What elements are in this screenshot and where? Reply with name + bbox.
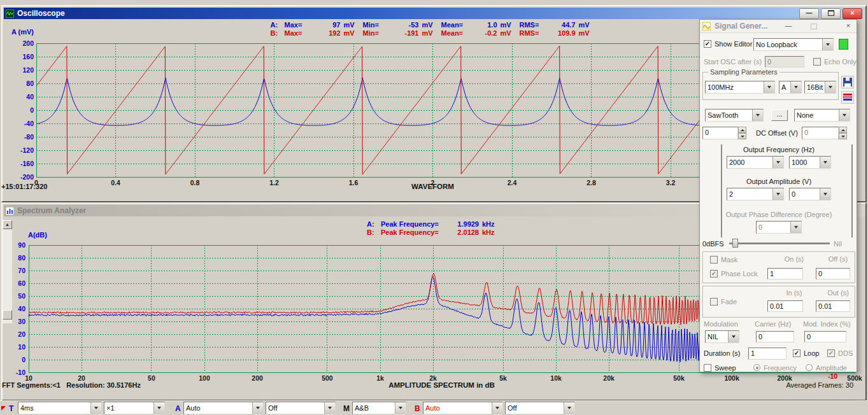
mask-on-label: On (s)	[775, 255, 813, 263]
save-button[interactable]	[841, 76, 854, 88]
loopback-indicator[interactable]	[839, 39, 848, 50]
b-coupling-select[interactable]: Off	[505, 402, 575, 414]
sampling-rate-select[interactable]: 100MHz	[705, 81, 775, 94]
amplitude-b-select[interactable]: 0	[789, 188, 831, 200]
spin-down-icon[interactable]	[738, 133, 746, 139]
dropdown-arrow-icon[interactable]	[822, 39, 833, 50]
dds-checkbox[interactable]: ✓ DDS	[827, 349, 853, 357]
svg-text:0: 0	[22, 356, 25, 363]
waveform-library-button[interactable]	[841, 91, 854, 104]
mod-index-input[interactable]: 0	[804, 331, 846, 342]
mask-checkbox[interactable]: Mask	[710, 255, 737, 264]
dc-offset-b-spinner[interactable]	[839, 127, 847, 139]
channel-a-label: A	[175, 404, 181, 413]
waveform-b-select[interactable]: None	[794, 109, 850, 122]
spin-down-icon[interactable]	[839, 133, 847, 139]
spin-up-icon[interactable]	[839, 127, 847, 133]
zoom-select[interactable]: ×1	[104, 402, 165, 414]
maximize-icon	[811, 24, 817, 29]
stat-channel: A:	[271, 21, 285, 29]
output-frequency-label: Output Frequency (Hz)	[715, 146, 843, 153]
dropdown-arrow-icon[interactable]	[820, 157, 830, 168]
dbfs-label: 0dBFS	[702, 240, 724, 248]
slider-thumb[interactable]	[732, 239, 738, 248]
dropdown-arrow-icon[interactable]	[324, 402, 335, 414]
close-button[interactable]: ×	[843, 21, 854, 31]
spin-up-icon[interactable]	[738, 127, 746, 133]
signal-generator-icon	[702, 22, 711, 31]
phase-lock-on-input[interactable]: 1	[767, 268, 803, 279]
sampling-bits-select[interactable]: 16Bit	[804, 81, 836, 94]
stat-unit: mV	[341, 29, 363, 38]
more-waveforms-button[interactable]: ...	[771, 109, 788, 121]
fade-in-input[interactable]: 0.01	[767, 300, 803, 312]
dropdown-arrow-icon[interactable]	[90, 402, 101, 414]
dropdown-arrow-icon[interactable]	[395, 402, 406, 414]
sweep-time-value: 4ms	[18, 402, 90, 414]
sweep-amplitude-radio[interactable]: Amplitude	[806, 363, 847, 372]
fade-out-label: Out (s)	[821, 289, 855, 297]
checkbox-box	[813, 58, 821, 66]
sampling-channel-select[interactable]: A	[779, 81, 802, 94]
spectrum-caption: AMPLITUDE SPECTRUM in dB	[29, 381, 855, 389]
amplitude-slider-b[interactable]	[850, 144, 854, 237]
start-osc-input[interactable]: 0	[765, 56, 804, 67]
dropdown-arrow-icon[interactable]	[252, 402, 263, 414]
dropdown-arrow-icon[interactable]	[153, 402, 164, 414]
show-editor-checkbox[interactable]: ✓ Show Editor	[704, 39, 752, 48]
dropdown-arrow-icon[interactable]	[728, 331, 739, 342]
phase-select[interactable]: 0	[756, 221, 802, 234]
sweep-checkbox[interactable]: Sweep	[704, 363, 736, 372]
scrollbar-up-arrow-icon[interactable]: ▲	[3, 220, 12, 229]
dc-offset-a-input[interactable]: 0	[702, 127, 738, 139]
spectrum-analyzer-icon	[6, 206, 15, 215]
channel-mode-select[interactable]: A&B	[352, 402, 406, 414]
sweep-frequency-radio[interactable]: Frequency	[753, 363, 797, 372]
dropdown-arrow-icon[interactable]	[772, 188, 783, 200]
a-coupling-select[interactable]: Off	[266, 402, 336, 414]
signal-generator-titlebar[interactable]: Signal Gener... — ×	[700, 20, 857, 33]
fade-checkbox[interactable]: Fade	[710, 297, 737, 306]
svg-text:90: 90	[18, 241, 25, 249]
phase-lock-off-input[interactable]: 0	[816, 268, 850, 279]
svg-text:20: 20	[18, 330, 25, 338]
dropdown-arrow-icon[interactable]	[825, 81, 836, 93]
dropdown-arrow-icon[interactable]	[764, 81, 774, 93]
phase-lock-checkbox[interactable]: ✓ Phase Lock	[710, 269, 757, 278]
trigger-marker-icon[interactable]	[1, 406, 6, 411]
loopback-select[interactable]: No Loopback	[753, 38, 834, 51]
dc-offset-b-input[interactable]: 0	[802, 127, 839, 139]
maximize-button[interactable]	[808, 21, 820, 31]
dropdown-arrow-icon[interactable]	[564, 402, 574, 414]
dropdown-arrow-icon[interactable]	[772, 157, 783, 168]
carrier-input[interactable]: 0	[756, 331, 794, 342]
sampling-bits-value: 16Bit	[805, 81, 825, 93]
minimize-button[interactable]: —	[783, 21, 794, 31]
frequency-a-select[interactable]: 2000	[727, 156, 784, 169]
modulation-select[interactable]: NIL	[705, 330, 739, 343]
frequency-b-select[interactable]: 1000	[789, 156, 831, 169]
maximize-button[interactable]	[821, 8, 841, 19]
loop-checkbox[interactable]: ✓ Loop	[793, 349, 819, 357]
close-button[interactable]: ×	[843, 8, 862, 19]
b-gain-select[interactable]: Auto	[423, 402, 503, 414]
dropdown-arrow-icon[interactable]	[820, 188, 830, 200]
amplitude-slider-a[interactable]	[720, 144, 723, 237]
multi-instrument-app: Oscilloscope — × A: Max=97mV Min=-53mV M…	[0, 0, 868, 415]
minimize-button[interactable]: —	[799, 8, 819, 19]
dbfs-slider[interactable]	[729, 239, 830, 248]
fade-out-input[interactable]: 0.01	[816, 300, 850, 312]
dropdown-arrow-icon[interactable]	[752, 109, 763, 121]
sweep-time-select[interactable]: 4ms	[18, 402, 102, 414]
dc-offset-a-spinner[interactable]	[738, 127, 746, 139]
waveform-a-select[interactable]: SawTooth	[705, 109, 764, 122]
amplitude-a-select[interactable]: 2	[727, 188, 784, 200]
echo-only-checkbox[interactable]: Echo Only	[813, 57, 857, 66]
dropdown-arrow-icon[interactable]	[492, 402, 502, 414]
oscilloscope-titlebar[interactable]: Oscilloscope — ×	[4, 8, 864, 19]
duration-input[interactable]: 1	[748, 348, 786, 360]
dropdown-arrow-icon[interactable]	[839, 109, 850, 121]
a-gain-select[interactable]: Auto	[183, 402, 264, 414]
dropdown-arrow-icon[interactable]	[790, 222, 801, 233]
dropdown-arrow-icon[interactable]	[790, 81, 801, 93]
